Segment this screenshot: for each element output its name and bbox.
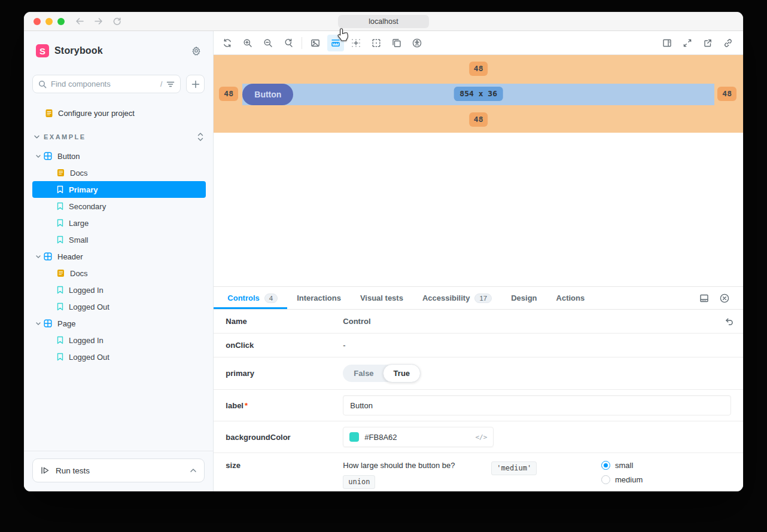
reset-controls-icon[interactable] <box>725 317 743 326</box>
table-row: label* <box>214 390 743 421</box>
collapse-expand-all-icon[interactable] <box>197 133 203 141</box>
accessibility-icon[interactable] <box>409 35 425 51</box>
grid-icon[interactable] <box>348 35 364 51</box>
zoom-in-icon[interactable] <box>239 35 256 51</box>
close-panel-icon[interactable] <box>716 290 733 307</box>
create-story-button[interactable] <box>186 75 205 93</box>
close-window-button[interactable] <box>34 18 41 25</box>
color-picker-control[interactable]: #FB8A62 </> <box>343 427 494 447</box>
outline-icon[interactable] <box>368 35 385 51</box>
table-row: size How large should the button be? uni… <box>214 453 743 491</box>
search-box[interactable]: / <box>32 75 181 93</box>
label-text-input[interactable] <box>343 395 731 415</box>
toggle-false-option[interactable]: False <box>343 365 383 382</box>
section-label: EXAMPLE <box>44 133 86 140</box>
sidebar-section-example[interactable]: EXAMPLE <box>24 129 213 145</box>
addon-panel: Controls 4 Interactions Visual tests Acc… <box>214 286 743 491</box>
remount-icon[interactable] <box>219 35 236 51</box>
sidebar-item-header[interactable]: Header <box>24 248 213 265</box>
arg-name: backgroundColor <box>214 433 343 442</box>
sidebar-item-page[interactable]: Page <box>24 315 213 332</box>
zoom-out-icon[interactable] <box>260 35 276 51</box>
sidebar-item-page-loggedin[interactable]: Logged In <box>24 332 213 348</box>
margin-badge-left: 48 <box>219 87 238 101</box>
forward-icon[interactable] <box>94 17 103 25</box>
storybook-logo-icon: S <box>36 44 49 57</box>
tab-visual-tests[interactable]: Visual tests <box>351 287 413 309</box>
tab-actions[interactable]: Actions <box>547 287 595 309</box>
zoom-window-button[interactable] <box>57 18 65 25</box>
margin-badge-bottom: 48 <box>469 112 488 127</box>
panel-toggle-icon[interactable] <box>659 35 675 51</box>
arg-name: primary <box>214 369 343 378</box>
sidebar-item-header-loggedin[interactable]: Logged In <box>24 282 213 298</box>
tab-controls[interactable]: Controls 4 <box>214 287 287 309</box>
story-button[interactable]: Button <box>242 84 293 105</box>
panel-position-icon[interactable] <box>696 290 713 307</box>
zoom-reset-icon[interactable] <box>280 35 297 51</box>
titlebar: localhost <box>24 12 743 31</box>
bookmark-icon <box>57 219 63 227</box>
margin-badge-right: 48 <box>717 87 736 101</box>
bookmark-icon <box>57 202 63 210</box>
chevron-up-icon[interactable] <box>190 469 196 472</box>
component-icon <box>44 252 52 261</box>
bookmark-icon <box>57 286 63 294</box>
arg-description-cell: How large should the button be? union <box>343 461 491 489</box>
fullscreen-icon[interactable] <box>679 35 696 51</box>
arg-type-badge: union <box>343 475 375 489</box>
chevron-down-icon <box>34 155 42 158</box>
search-icon <box>38 80 47 88</box>
background-icon[interactable] <box>307 35 324 51</box>
color-swatch[interactable] <box>349 432 359 442</box>
panel-tabbar: Controls 4 Interactions Visual tests Acc… <box>214 287 743 310</box>
copy-link-icon[interactable] <box>720 35 736 51</box>
tab-interactions[interactable]: Interactions <box>287 287 351 309</box>
gear-icon[interactable] <box>191 46 201 56</box>
chevron-down-icon <box>34 322 42 325</box>
boolean-toggle[interactable]: False True <box>343 365 420 382</box>
sidebar-item-button[interactable]: Button <box>24 148 213 164</box>
docs-icon <box>57 169 65 177</box>
sidebar-item-page-loggedout[interactable]: Logged Out <box>24 348 213 365</box>
bookmark-icon <box>57 302 63 311</box>
sidebar-item-button-docs[interactable]: Docs <box>24 164 213 181</box>
sidebar: S Storybook / <box>24 31 214 491</box>
measure-margin-overlay: Button 48 48 48 48 854 x 36 <box>214 55 743 133</box>
dimensions-badge: 854 x 36 <box>453 87 503 101</box>
run-tests-button[interactable]: Run tests <box>32 458 205 482</box>
tab-design[interactable]: Design <box>501 287 546 309</box>
open-new-tab-icon[interactable] <box>699 35 716 51</box>
table-row: primary False True <box>214 357 743 390</box>
run-tests-label: Run tests <box>56 466 90 475</box>
radio-label: small <box>615 461 633 470</box>
sidebar-item-large[interactable]: Large <box>24 215 213 231</box>
tab-accessibility[interactable]: Accessibility 17 <box>413 287 501 309</box>
sidebar-item-small[interactable]: Small <box>24 231 213 248</box>
color-value[interactable]: #FB8A62 <box>364 433 470 442</box>
controls-table: Name Control onClick - primary <box>214 310 743 491</box>
minimize-window-button[interactable] <box>45 18 53 25</box>
story-canvas[interactable]: Button 48 48 48 48 854 x 36 <box>214 55 743 286</box>
code-toggle-icon[interactable]: </> <box>475 433 487 441</box>
radio-option-medium[interactable]: medium <box>601 475 731 484</box>
radio-icon[interactable] <box>601 475 610 484</box>
sidebar-item-header-loggedout[interactable]: Logged Out <box>24 298 213 315</box>
sidebar-item-configure[interactable]: Configure your project <box>24 105 213 121</box>
radio-option-small[interactable]: small <box>601 461 731 470</box>
bookmark-icon <box>57 236 63 244</box>
toggle-true-option[interactable]: True <box>383 364 421 383</box>
viewport-icon[interactable] <box>388 35 405 51</box>
radio-icon[interactable] <box>601 461 610 470</box>
back-icon[interactable] <box>75 17 84 25</box>
bookmark-icon <box>57 185 63 194</box>
component-icon <box>44 319 52 328</box>
sidebar-item-secondary[interactable]: Secondary <box>24 198 213 215</box>
address-bar[interactable]: localhost <box>338 15 429 28</box>
reload-icon[interactable] <box>112 17 121 26</box>
table-header-row: Name Control <box>214 310 743 334</box>
search-input[interactable] <box>51 80 156 88</box>
filter-icon[interactable] <box>166 81 175 88</box>
sidebar-item-primary[interactable]: Primary <box>32 181 206 198</box>
sidebar-item-header-docs[interactable]: Docs <box>24 265 213 282</box>
